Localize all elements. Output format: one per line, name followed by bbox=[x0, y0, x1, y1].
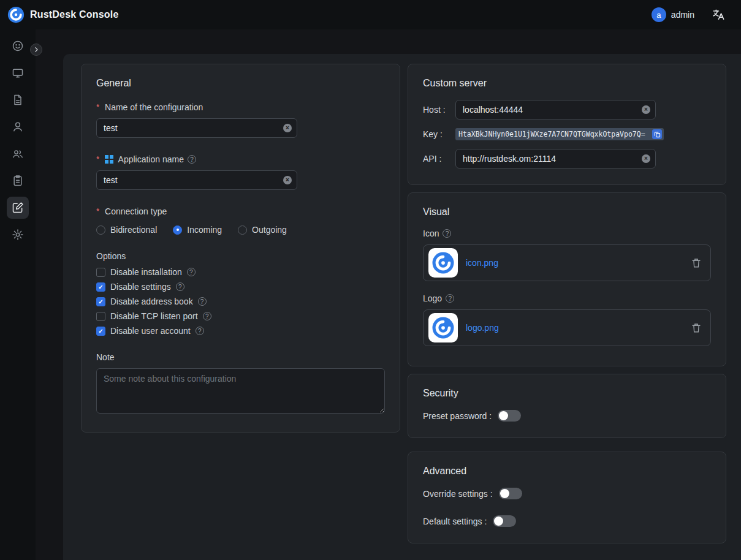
clear-icon[interactable] bbox=[283, 124, 292, 132]
username[interactable]: admin bbox=[671, 10, 694, 20]
required-asterisk bbox=[96, 206, 101, 216]
security-title: Security bbox=[423, 388, 711, 399]
custom-server-title: Custom server bbox=[423, 78, 711, 89]
note-textarea[interactable] bbox=[96, 368, 385, 414]
checkbox[interactable] bbox=[96, 327, 105, 336]
checkbox[interactable] bbox=[96, 268, 105, 277]
radio-bidirectional[interactable]: Bidirectional bbox=[96, 225, 157, 235]
security-card: Security Preset password : bbox=[408, 374, 726, 438]
required-asterisk bbox=[96, 154, 101, 164]
option-disable-installation[interactable]: Disable installation bbox=[96, 267, 385, 277]
logo-label: Logo bbox=[423, 293, 711, 303]
sidebar-item-custom-clients[interactable] bbox=[7, 197, 29, 219]
key-value: HtaXBkJNHyn0e1U1jWXze7A7CN7QTGWqxkOtpaVp… bbox=[458, 130, 650, 138]
icon-file-link[interactable]: icon.png bbox=[466, 258, 498, 268]
help-icon[interactable] bbox=[443, 229, 451, 238]
api-label: API : bbox=[423, 154, 455, 164]
connection-type-label: Connection type bbox=[96, 206, 385, 216]
edit-icon bbox=[12, 202, 24, 214]
option-disable-user-account[interactable]: Disable user account bbox=[96, 326, 385, 336]
checkbox[interactable] bbox=[96, 312, 105, 321]
radio-incoming[interactable]: Incoming bbox=[173, 225, 222, 235]
override-settings-row: Override settings : bbox=[423, 488, 711, 499]
sidebar-item-documents[interactable] bbox=[7, 89, 29, 111]
users-icon bbox=[12, 148, 24, 160]
content-panel: General Name of the configuration Applic… bbox=[63, 54, 741, 560]
help-icon[interactable] bbox=[198, 297, 207, 306]
visual-title: Visual bbox=[423, 206, 711, 218]
radio-dot[interactable] bbox=[238, 225, 247, 235]
options-label: Options bbox=[96, 251, 385, 261]
advanced-card: Advanced Override settings : Default set… bbox=[408, 452, 726, 543]
sidebar-item-settings[interactable] bbox=[7, 224, 29, 246]
windows-icon bbox=[105, 155, 113, 164]
trash-icon[interactable] bbox=[691, 257, 702, 268]
override-settings-label: Override settings : bbox=[423, 489, 493, 499]
clear-icon[interactable] bbox=[283, 176, 292, 184]
user-icon bbox=[12, 121, 24, 133]
radio-dot[interactable] bbox=[96, 225, 105, 235]
avatar[interactable]: a bbox=[652, 7, 666, 22]
option-disable-tcp-listen-port[interactable]: Disable TCP listen port bbox=[96, 311, 385, 321]
app-name-label: Application name bbox=[96, 154, 385, 164]
monitor-icon bbox=[12, 67, 24, 79]
override-settings-toggle[interactable] bbox=[499, 488, 522, 499]
logo-file-link[interactable]: logo.png bbox=[466, 323, 499, 333]
preset-password-row: Preset password : bbox=[423, 410, 711, 422]
icon-file-box: icon.png bbox=[423, 244, 711, 281]
config-name-input[interactable] bbox=[96, 118, 297, 138]
general-card: General Name of the configuration Applic… bbox=[81, 64, 400, 433]
logo-preview bbox=[428, 313, 458, 342]
preset-password-toggle[interactable] bbox=[498, 410, 521, 422]
help-icon[interactable] bbox=[196, 327, 204, 335]
required-asterisk bbox=[96, 102, 101, 112]
clear-icon[interactable] bbox=[642, 154, 650, 163]
sidebar-item-audit[interactable] bbox=[7, 170, 29, 192]
clipboard-icon bbox=[12, 175, 24, 187]
sidebar-collapse-button[interactable] bbox=[30, 44, 42, 56]
copy-icon[interactable] bbox=[652, 129, 662, 139]
gear-icon bbox=[12, 229, 24, 241]
advanced-title: Advanced bbox=[423, 466, 711, 477]
key-value-field: HtaXBkJNHyn0e1U1jWXze7A7CN7QTGWqxkOtpaVp… bbox=[455, 128, 664, 140]
application-name-input[interactable] bbox=[96, 170, 297, 190]
smiley-icon bbox=[12, 40, 24, 52]
host-input[interactable] bbox=[455, 100, 656, 119]
help-icon[interactable] bbox=[188, 155, 196, 164]
custom-server-card: Custom server Host : Key : HtaXBkJNHyn0e… bbox=[408, 64, 726, 185]
help-icon[interactable] bbox=[187, 268, 196, 276]
api-input[interactable] bbox=[455, 149, 656, 168]
trash-icon[interactable] bbox=[691, 322, 702, 333]
rustdesk-logo-icon bbox=[7, 6, 25, 23]
app-title: RustDesk Console bbox=[30, 9, 119, 20]
sidebar-item-users[interactable] bbox=[7, 116, 29, 138]
help-icon[interactable] bbox=[176, 282, 184, 291]
sidebar-item-devices[interactable] bbox=[7, 62, 29, 84]
top-bar: RustDesk Console a admin bbox=[0, 0, 741, 29]
sidebar-item-groups[interactable] bbox=[7, 143, 29, 165]
option-disable-address-book[interactable]: Disable address book bbox=[96, 297, 385, 306]
default-settings-label: Default settings : bbox=[423, 516, 487, 526]
radio-dot[interactable] bbox=[173, 225, 182, 235]
name-field-label: Name of the configuration bbox=[96, 102, 385, 112]
checkbox[interactable] bbox=[96, 282, 105, 292]
radio-outgoing[interactable]: Outgoing bbox=[238, 225, 287, 235]
general-title: General bbox=[96, 78, 385, 89]
help-icon[interactable] bbox=[203, 312, 211, 320]
default-settings-toggle[interactable] bbox=[493, 515, 516, 527]
help-icon[interactable] bbox=[446, 294, 454, 303]
option-disable-settings[interactable]: Disable settings bbox=[96, 282, 385, 292]
key-label: Key : bbox=[423, 129, 455, 139]
icon-preview bbox=[428, 248, 458, 278]
clear-icon[interactable] bbox=[642, 105, 650, 114]
host-label: Host : bbox=[423, 105, 455, 115]
connection-type-group: Bidirectional Incoming Outgoing bbox=[96, 225, 385, 235]
sidebar bbox=[0, 29, 36, 560]
sidebar-item-overview[interactable] bbox=[7, 35, 29, 57]
default-settings-row: Default settings : bbox=[423, 515, 711, 527]
visual-card: Visual Icon icon.png bbox=[408, 192, 726, 366]
icon-label: Icon bbox=[423, 229, 711, 238]
translate-icon[interactable] bbox=[712, 8, 725, 21]
note-label: Note bbox=[96, 352, 385, 362]
checkbox[interactable] bbox=[96, 297, 105, 306]
